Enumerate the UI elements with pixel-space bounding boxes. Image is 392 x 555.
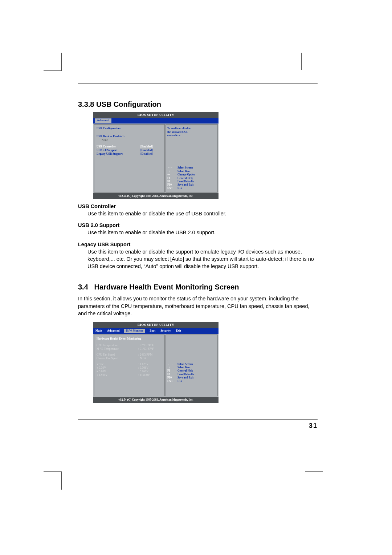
crop-mark (301, 53, 323, 74)
devices-label: USB Devices Enabled : (97, 135, 162, 138)
hw-value: : 2463 RPM (138, 353, 152, 357)
setting-row: USB 2.0 Support [Enabled] (97, 149, 162, 152)
key-desc: Load Defaults (177, 180, 194, 183)
hw-label: Vcore (97, 362, 138, 366)
tab-exit: Exit (175, 329, 182, 333)
key-desc: Exit (177, 187, 182, 190)
setting-row: Legacy USB Support [Disabled] (97, 152, 162, 156)
hw-value: : 37°C / 98°F (138, 344, 154, 347)
key-desc: Save and Exit (177, 376, 193, 379)
section-heading-hwmonitor: 3.4 Hardware Health Event Monitoring Scr… (78, 283, 318, 291)
term-desc: Use this item to enable or disable the u… (87, 210, 318, 217)
hw-label: + 12.00V (97, 373, 138, 377)
key-desc: Change Option (177, 173, 195, 176)
key-desc: Exit (177, 380, 182, 383)
key: ↑↓ (167, 366, 175, 369)
key-help: ←→Select Screen ↑↓Select Item F1General … (167, 362, 216, 383)
hw-label: CPU Temperature (97, 344, 138, 347)
setting-row: USB Controller [Enabled] (97, 145, 162, 149)
key-desc: Select Screen (177, 362, 193, 366)
key: F9 (167, 180, 175, 183)
key: F1 (167, 369, 175, 372)
key: +- (167, 173, 175, 176)
hw-label: M / B Temperature (97, 347, 138, 351)
section-intro: In this section, it allows you to monito… (78, 295, 318, 317)
key: F9 (167, 373, 175, 376)
section-title: Hardware Health Event Monitoring Screen (94, 283, 239, 291)
hw-label: + 3.30V (97, 366, 138, 370)
term-usb-controller: USB Controller (78, 203, 318, 209)
bios-left-panel: Hardware Health Event Monitoring CPU Tem… (94, 335, 165, 396)
intro-line: In this section, it allows you to monito… (78, 296, 268, 301)
tab-boot: Boot (149, 329, 156, 333)
key: F10 (167, 183, 175, 186)
term-desc: Use this item to enable or disable the s… (87, 248, 318, 270)
setting-value: [Enabled] (140, 145, 162, 149)
section-number: 3.4 (78, 283, 88, 291)
horizontal-rule (78, 84, 318, 84)
term-usb20-support: USB 2.0 Support (78, 222, 318, 228)
crop-mark (44, 53, 62, 71)
crop-mark (44, 471, 62, 490)
hw-label: CPU Fan Speed (97, 353, 138, 357)
bios-tabs: Advanced (93, 118, 219, 123)
tab-hwmonitor: H/W Monitor (124, 329, 145, 333)
bios-screenshot-usb: BIOS SETUP UTILITY Advanced USB Configur… (93, 112, 219, 199)
hw-value: : 5.067V (138, 370, 148, 373)
key-desc: Load Defaults (177, 373, 194, 376)
key-desc: Select Screen (177, 166, 193, 169)
hw-row: Vcore: 1.629V (97, 362, 162, 366)
hw-row: + 5.00V: 5.067V (97, 370, 162, 373)
key-desc: Select Item (177, 170, 191, 173)
key: ←→ (167, 362, 175, 366)
hw-value: : N / A (138, 357, 146, 360)
key-help: ←→Select Screen ↑↓Select Item +-Change O… (167, 166, 216, 190)
bios-left-panel: USB Configuration USB Devices Enabled : … (94, 124, 165, 193)
key: F10 (167, 376, 175, 379)
setting-label: Legacy USB Support (97, 152, 123, 156)
bios-title: BIOS SETUP UTILITY (93, 112, 219, 118)
page-number: 31 (78, 420, 318, 430)
bios-tabs: Main Advanced H/W Monitor Boot Security … (93, 328, 219, 334)
setting-label: USB 2.0 Support (97, 149, 118, 152)
term-desc: Use this item to enable or disable the U… (87, 229, 318, 236)
help-line: To enable or disable (167, 127, 216, 130)
key: ESC (167, 380, 175, 383)
hw-label: Chassis Fan Speed (97, 357, 138, 360)
hw-value: : 31°C / 87°F (138, 347, 154, 351)
hw-row: Chassis Fan Speed: N / A (97, 357, 162, 360)
bios-footer: v02.54 (C) Copyright 1985-2003, American… (93, 397, 219, 403)
bios-right-panel: To enable or disable the onboard USB con… (166, 124, 218, 193)
key: ←→ (167, 166, 175, 169)
section-title: USB Configuration (96, 100, 161, 108)
tab-main: Main (95, 329, 103, 333)
desc-line: connected, “Auto” option will disable th… (117, 263, 259, 269)
section-heading-usb: 3.3.8 USB Configuration (78, 100, 318, 109)
term-legacy-usb: Legacy USB Support (78, 242, 318, 247)
tab-advanced: Advanced (106, 329, 120, 333)
devices-value: None (97, 138, 162, 142)
help-text: To enable or disable the onboard USB con… (167, 127, 216, 137)
hw-value: : 3.306V (138, 366, 148, 370)
help-line: the onboard USB (167, 130, 216, 134)
hw-row: M / B Temperature: 31°C / 87°F (97, 347, 162, 351)
section-number: 3.3.8 (78, 100, 94, 108)
tab-security: Security (160, 329, 171, 333)
bios-footer: v02.54 (C) Copyright 1985-2003, American… (93, 193, 219, 199)
setting-value: [Disabled] (140, 152, 162, 156)
key-desc: Select Item (177, 366, 191, 369)
hw-row: + 3.30V: 3.306V (97, 366, 162, 370)
help-line: controllers. (167, 134, 216, 137)
hw-label: + 5.00V (97, 370, 138, 373)
hw-row: CPU Fan Speed: 2463 RPM (97, 353, 162, 357)
hw-row: CPU Temperature: 37°C / 98°F (97, 344, 162, 347)
bios-right-panel: ←→Select Screen ↑↓Select Item F1General … (166, 335, 218, 396)
hw-value: : 11.890V (138, 373, 150, 377)
key: ESC (167, 187, 175, 190)
bios-screenshot-hwmonitor: BIOS SETUP UTILITY Main Advanced H/W Mon… (93, 322, 219, 402)
setting-label: USB Controller (97, 145, 116, 149)
key: F1 (167, 177, 175, 180)
hw-value: : 1.629V (138, 362, 148, 366)
bios-title: BIOS SETUP UTILITY (93, 322, 219, 328)
desc-line: Use this item to enable or disable the s… (87, 249, 244, 255)
